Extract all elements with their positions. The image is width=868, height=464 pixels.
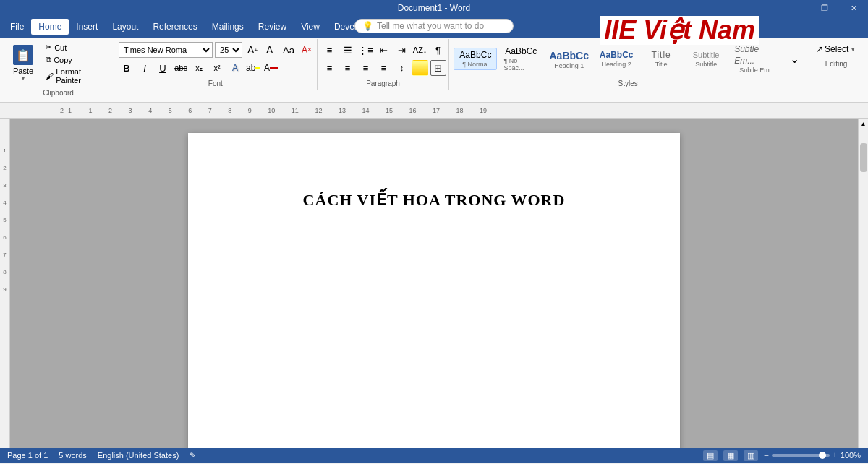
style-subtitle[interactable]: Subtitle Subtitle <box>684 48 728 69</box>
ruler-dot: · <box>447 107 449 114</box>
copy-button[interactable]: ⧉ Copy <box>43 54 109 65</box>
numbering-button[interactable]: ☰ <box>340 42 356 58</box>
close-button[interactable]: ✕ <box>839 0 868 16</box>
align-center-button[interactable]: ≡ <box>340 60 356 76</box>
show-formatting-button[interactable]: ¶ <box>430 42 446 58</box>
styles-group-label: Styles <box>454 77 802 90</box>
tell-me-bar[interactable]: 💡 Tell me what you want to do <box>354 19 514 33</box>
vertical-scrollbar[interactable]: ▲ <box>858 119 868 448</box>
font-size-select[interactable]: 25 <box>215 42 242 58</box>
outline-view-button[interactable]: ▥ <box>744 450 758 461</box>
vruler-2: 2 <box>3 165 6 171</box>
style-heading1[interactable]: AaBbCc Heading 1 <box>545 47 593 72</box>
minimize-button[interactable]: — <box>781 0 810 16</box>
strikethrough-button[interactable]: abc <box>173 60 189 76</box>
scrollbar-thumb[interactable] <box>860 143 867 172</box>
menu-file[interactable]: File <box>3 19 31 35</box>
select-dropdown-arrow: ▼ <box>850 46 856 53</box>
ruler-dot: · <box>119 107 122 114</box>
vruler-6: 6 <box>3 234 6 241</box>
style-heading2[interactable]: AaBbCc Heading 2 <box>595 48 638 71</box>
ruler-num: 9 <box>248 107 252 114</box>
superscript-button[interactable]: x² <box>209 60 225 76</box>
paste-dropdown-arrow: ▼ <box>20 75 26 82</box>
menu-home[interactable]: Home <box>31 19 69 35</box>
ruler-dot: · <box>471 107 473 114</box>
vruler-8: 8 <box>3 269 6 275</box>
editing-content: ↗ Select ▼ <box>812 42 861 56</box>
bold-button[interactable]: B <box>119 60 135 76</box>
styles-expand-button[interactable]: ⌄ <box>787 51 802 67</box>
ruler-dot: · <box>159 107 161 114</box>
align-left-button[interactable]: ≡ <box>322 60 338 76</box>
zoom-in-button[interactable]: + <box>833 450 838 460</box>
highlight-button[interactable]: ab <box>245 60 261 76</box>
tell-me-input[interactable]: Tell me what you want to do <box>377 21 484 31</box>
page-count: Page 1 of 1 <box>7 451 48 460</box>
menu-layout[interactable]: Layout <box>105 19 145 35</box>
style-title-preview: Title <box>652 50 671 61</box>
style-no-space[interactable]: AaBbCc ¶ No Spac... <box>498 44 543 74</box>
menu-references[interactable]: References <box>145 19 204 35</box>
align-right-button[interactable]: ≡ <box>358 60 374 76</box>
bullets-button[interactable]: ≡ <box>322 42 338 58</box>
decrease-indent-button[interactable]: ⇤ <box>376 42 392 58</box>
paste-button[interactable]: 📋 Paste ▼ <box>7 42 39 85</box>
style-normal[interactable]: AaBbCc ¶ Normal <box>454 48 497 71</box>
increase-font-button[interactable]: A+ <box>244 42 260 58</box>
font-content: Times New Roma 25 A+ A- Aa A✕ B I U abc <box>119 42 312 76</box>
justify-button[interactable]: ≡ <box>376 60 392 76</box>
cut-label: Cut <box>54 43 67 52</box>
styles-section: AaBbCc ¶ Normal AaBbCc ¶ No Spac... AaBb… <box>449 39 807 90</box>
style-subtle-em[interactable]: Subtle Em... Subtle Em... <box>729 42 785 76</box>
para-row-2: ≡ ≡ ≡ ≡ ↕ ⊞ <box>322 60 446 76</box>
ruler-dot: · <box>239 107 241 114</box>
style-heading1-label: Heading 1 <box>554 62 584 69</box>
select-icon: ↗ <box>816 44 823 54</box>
format-painter-button[interactable]: 🖌 Format Painter <box>43 66 109 85</box>
word-count: 5 words <box>59 451 87 460</box>
subscript-button[interactable]: x₂ <box>191 60 207 76</box>
print-layout-view-button[interactable]: ▤ <box>703 450 718 461</box>
scroll-up-button[interactable]: ▲ <box>859 119 869 129</box>
borders-button[interactable]: ⊞ <box>430 60 446 76</box>
line-spacing-button[interactable]: ↕ <box>394 60 410 76</box>
increase-indent-button[interactable]: ⇥ <box>394 42 410 58</box>
menu-mailings[interactable]: Mailings <box>205 19 251 35</box>
multilevel-list-button[interactable]: ⋮≡ <box>358 42 374 58</box>
font-family-select[interactable]: Times New Roma <box>119 42 213 58</box>
menu-insert[interactable]: Insert <box>69 19 105 35</box>
sort-button[interactable]: AZ↓ <box>412 42 428 58</box>
shading-button[interactable] <box>412 60 428 76</box>
ruler-num: 13 <box>339 107 346 114</box>
italic-button[interactable]: I <box>137 60 153 76</box>
text-effects-button[interactable]: A <box>227 60 243 76</box>
ruler-dot: · <box>74 107 76 114</box>
document-page[interactable]: CÁCH VIẾT HOA TRONG WORD <box>188 133 680 448</box>
change-case-button[interactable]: Aa <box>281 42 297 58</box>
menu-review[interactable]: Review <box>251 19 294 35</box>
select-button[interactable]: ↗ Select ▼ <box>812 42 860 56</box>
paragraph-group-label: Paragraph <box>322 77 445 90</box>
menu-view[interactable]: View <box>294 19 327 35</box>
zoom-slider[interactable] <box>772 454 830 457</box>
paste-label: Paste <box>13 66 33 75</box>
zoom-out-button[interactable]: − <box>764 450 769 460</box>
ruler-num: 11 <box>292 107 299 114</box>
ruler-dot: · <box>329 107 331 114</box>
web-layout-view-button[interactable]: ▦ <box>723 450 738 461</box>
font-color-button[interactable]: A <box>263 60 279 76</box>
vruler-3: 3 <box>3 182 6 189</box>
lightbulb-icon: 💡 <box>362 21 373 31</box>
restore-button[interactable]: ❐ <box>810 0 839 16</box>
document-heading[interactable]: CÁCH VIẾT HOA TRONG WORD <box>239 191 629 210</box>
decrease-font-button[interactable]: A- <box>263 42 278 58</box>
clipboard-section: 📋 Paste ▼ ✂ Cut ⧉ Copy 🖌 Format Painter <box>3 39 114 99</box>
style-title[interactable]: Title Title <box>639 48 683 71</box>
ruler-dot: · <box>424 107 426 114</box>
cut-button[interactable]: ✂ Cut <box>43 42 109 53</box>
ruler-num: 3 <box>129 107 132 114</box>
underline-button[interactable]: U <box>155 60 171 76</box>
clear-formatting-button[interactable]: A✕ <box>299 42 315 58</box>
zoom-thumb <box>819 452 826 459</box>
